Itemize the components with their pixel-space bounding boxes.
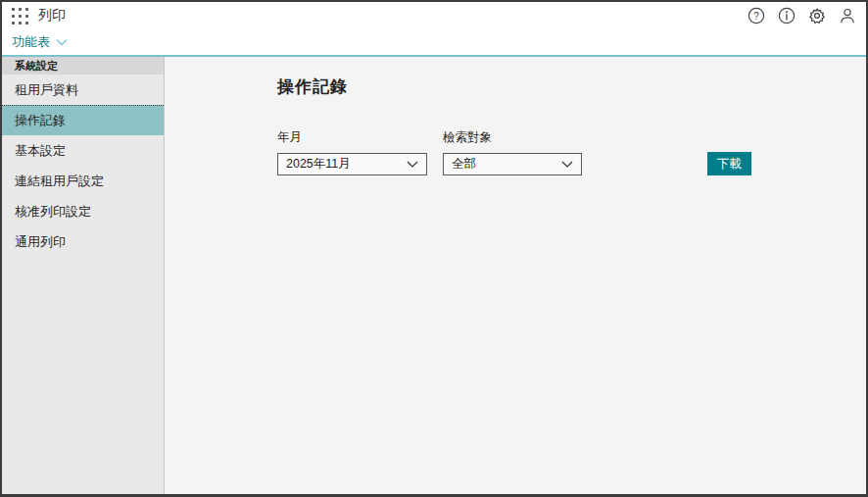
search-target-label: 檢索對象 xyxy=(443,129,707,146)
settings-gear-icon[interactable] xyxy=(808,7,826,25)
menu-label: 功能表 xyxy=(12,33,50,51)
sidebar-item-basic-settings[interactable]: 基本設定 xyxy=(2,135,164,166)
sidebar: 系統設定 租用戶資料 操作記錄 基本設定 連結租用戶設定 核准列印設定 通用列印 xyxy=(2,57,165,494)
info-icon[interactable] xyxy=(778,7,796,25)
filter-form: 年月 2025年11月 檢索對象 全部 xyxy=(277,129,866,175)
search-target-value: 全部 xyxy=(452,156,476,173)
menu-dropdown[interactable]: 功能表 xyxy=(12,33,68,51)
sidebar-item-linked-tenant-settings[interactable]: 連結租用戶設定 xyxy=(2,166,164,196)
year-month-value: 2025年11月 xyxy=(286,156,351,173)
chevron-down-icon xyxy=(56,38,68,46)
content-area: 系統設定 租用戶資料 操作記錄 基本設定 連結租用戶設定 核准列印設定 通用列印… xyxy=(2,57,866,494)
sidebar-section-header: 系統設定 xyxy=(2,57,164,75)
year-month-label: 年月 xyxy=(277,129,443,146)
main-panel: 操作記錄 年月 2025年11月 檢索對象 全部 xyxy=(165,57,866,494)
sidebar-item-approval-print-settings[interactable]: 核准列印設定 xyxy=(2,196,164,226)
year-month-field: 年月 2025年11月 xyxy=(277,129,443,175)
search-target-select[interactable]: 全部 xyxy=(443,153,582,175)
top-bar-actions: ? xyxy=(747,7,856,25)
download-button[interactable]: 下載 xyxy=(707,152,751,175)
search-target-field: 檢索對象 全部 xyxy=(443,129,707,175)
menu-bar: 功能表 xyxy=(2,29,866,55)
account-person-icon[interactable] xyxy=(839,7,856,25)
sidebar-item-tenant-info[interactable]: 租用戶資料 xyxy=(2,75,164,105)
chevron-down-icon xyxy=(561,161,573,168)
svg-text:?: ? xyxy=(753,11,759,22)
top-bar: 列印 ? xyxy=(2,2,866,29)
chevron-down-icon xyxy=(407,161,418,168)
help-icon[interactable]: ? xyxy=(747,7,765,25)
year-month-select[interactable]: 2025年11月 xyxy=(277,153,427,175)
sidebar-item-universal-print[interactable]: 通用列印 xyxy=(2,226,164,257)
app-launcher-icon[interactable] xyxy=(12,8,28,25)
app-window: 列印 ? xyxy=(0,0,868,497)
app-title: 列印 xyxy=(38,7,66,25)
page-title: 操作記錄 xyxy=(277,75,866,98)
sidebar-item-operation-log[interactable]: 操作記錄 xyxy=(2,105,164,135)
